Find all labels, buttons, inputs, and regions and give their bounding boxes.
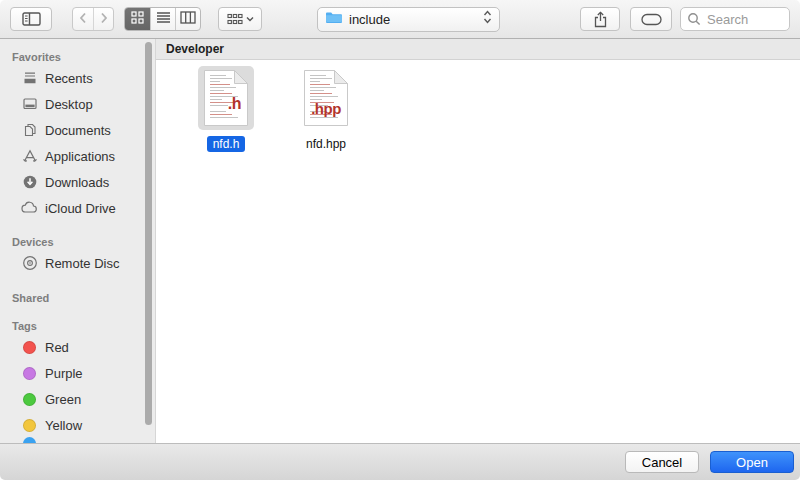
sidebar-section-devices: Devices (0, 232, 155, 250)
desktop-icon (21, 96, 38, 113)
header-file-icon: .h (204, 70, 248, 126)
toolbar: include (0, 0, 800, 39)
column-view-icon (180, 10, 196, 28)
tag-color-dot (21, 417, 38, 434)
sidebar-item-applications[interactable]: Applications (0, 143, 155, 169)
sidebar-item-icloud-drive[interactable]: iCloud Drive (0, 195, 155, 221)
location-dropdown-value: include (349, 12, 390, 27)
search-field-wrap (680, 7, 790, 31)
list-view-button[interactable] (150, 8, 175, 30)
magnifier-icon (687, 12, 701, 30)
sidebar-item-recents[interactable]: Recents (0, 65, 155, 91)
file-icon-highlight: .h (198, 66, 254, 130)
share-icon (593, 11, 608, 28)
sidebar-tag-green[interactable]: Green (0, 386, 155, 412)
sidebar-item-label: Documents (45, 123, 111, 138)
dialog-footer: Cancel Open (0, 443, 800, 480)
icon-view-button[interactable] (125, 8, 150, 30)
share-button[interactable] (580, 7, 620, 31)
sidebar-section-favorites: Favorites (0, 47, 155, 65)
sidebar-section-tags: Tags (0, 316, 155, 334)
applications-icon (21, 148, 38, 165)
sidebar-item-label: Remote Disc (45, 256, 119, 271)
tag-color-dot-partial (23, 437, 36, 443)
updown-chevrons-icon (483, 10, 492, 28)
back-button[interactable] (73, 8, 93, 30)
folder-icon (325, 10, 343, 28)
open-button[interactable]: Open (710, 451, 794, 473)
tag-color-dot (21, 391, 38, 408)
sidebar-toggle-icon (22, 12, 41, 26)
tag-icon (641, 13, 662, 26)
documents-icon (21, 122, 38, 139)
chevron-left-icon (79, 10, 87, 28)
list-view-icon (156, 10, 171, 28)
sidebar-item-desktop[interactable]: Desktop (0, 91, 155, 117)
group-header: Developer (156, 39, 800, 60)
sidebar-toggle-button[interactable] (10, 7, 52, 31)
tags-toolbar-button[interactable] (630, 7, 672, 31)
sidebar-item-label: Downloads (45, 175, 109, 190)
sidebar-item-label: Desktop (45, 97, 93, 112)
sidebar-tag-purple[interactable]: Purple (0, 360, 155, 386)
disc-icon (21, 255, 38, 272)
sidebar-item-label: Red (45, 340, 69, 355)
recents-icon (21, 70, 38, 87)
forward-button[interactable] (93, 8, 113, 30)
file-item[interactable]: .hpp nfd.hpp (288, 66, 364, 152)
downloads-icon (21, 174, 38, 191)
sidebar-tag-yellow[interactable]: Yellow (0, 412, 155, 438)
tag-color-dot (21, 339, 38, 356)
sidebar-item-documents[interactable]: Documents (0, 117, 155, 143)
sidebar-item-label: Purple (45, 366, 83, 381)
sidebar-section-shared: Shared (0, 288, 155, 306)
sidebar-scrollbar[interactable] (145, 42, 152, 425)
location-dropdown[interactable]: include (317, 7, 500, 32)
navigation-buttons (72, 7, 114, 31)
file-browser: Developer .h (156, 39, 800, 443)
sidebar-item-label: Yellow (45, 418, 82, 433)
main-area: Favorites Recents Desktop Documents Appl… (0, 39, 800, 443)
sidebar: Favorites Recents Desktop Documents Appl… (0, 39, 156, 443)
column-view-button[interactable] (175, 8, 200, 30)
sidebar-item-label: Recents (45, 71, 93, 86)
grid-view-icon (131, 10, 144, 28)
sidebar-item-label: Applications (45, 149, 115, 164)
chevron-right-icon (100, 10, 108, 28)
sidebar-tag-red[interactable]: Red (0, 334, 155, 360)
file-extension-label: .h (204, 95, 241, 113)
action-menu-button[interactable] (218, 7, 262, 31)
icloud-icon (21, 200, 38, 217)
file-name-selected: nfd.h (207, 136, 246, 152)
files-row: .h nfd.h .h (156, 60, 800, 152)
file-item[interactable]: .h nfd.h (188, 66, 264, 152)
sidebar-item-label: Green (45, 392, 81, 407)
file-name: nfd.hpp (300, 136, 352, 152)
sidebar-item-remote-disc[interactable]: Remote Disc (0, 250, 155, 276)
file-extension-label: .hpp (304, 100, 348, 117)
open-file-dialog: include Favorites Recents Desktop (0, 0, 800, 480)
file-icon-wrap: .hpp (298, 66, 354, 130)
sidebar-item-label: iCloud Drive (45, 201, 116, 216)
chevron-down-icon (246, 16, 254, 22)
sidebar-item-downloads[interactable]: Downloads (0, 169, 155, 195)
view-mode-control (124, 7, 201, 31)
tag-color-dot (21, 365, 38, 382)
header-file-icon: .hpp (304, 70, 348, 126)
action-grid-icon (227, 13, 243, 25)
cancel-button[interactable]: Cancel (625, 451, 699, 473)
